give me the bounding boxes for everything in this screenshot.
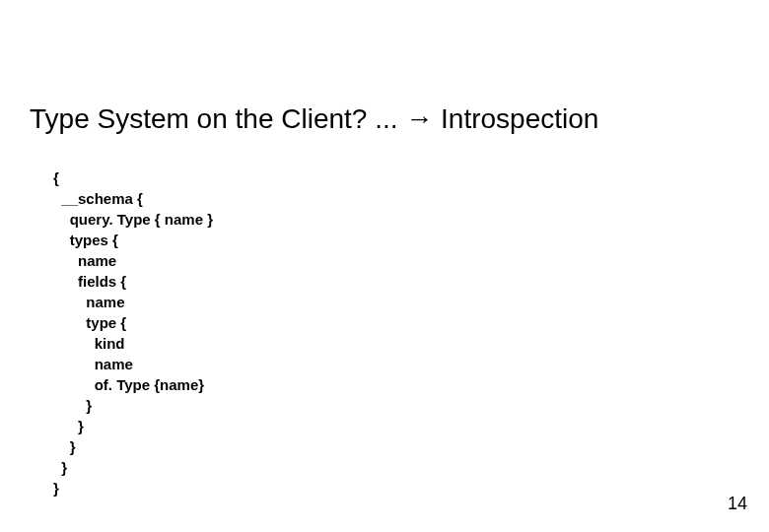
slide: Type System on the Client? ... → Introsp… <box>0 0 769 532</box>
slide-title: Type System on the Client? ... → Introsp… <box>30 103 598 135</box>
code-block: { __schema { query. Type { name } types … <box>53 167 213 499</box>
page-number: 14 <box>728 494 747 514</box>
